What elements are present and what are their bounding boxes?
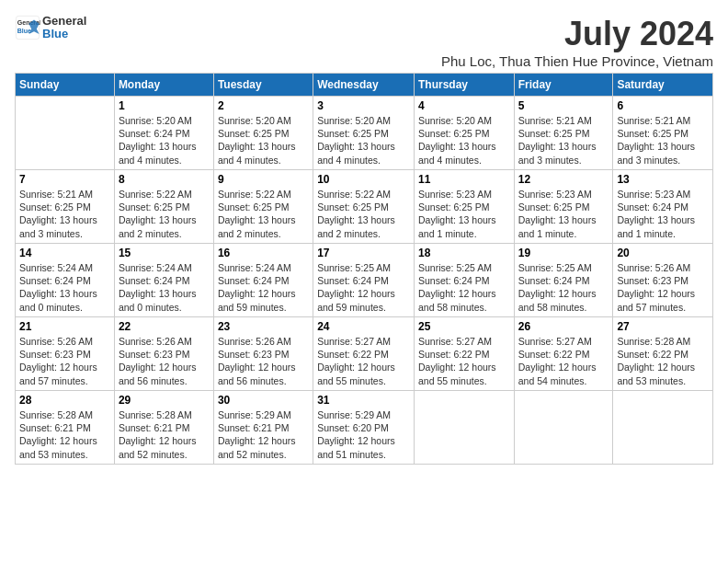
day-number: 9 [218,173,309,186]
day-cell: 21Sunrise: 5:26 AM Sunset: 6:23 PM Dayli… [16,317,115,391]
day-info: Sunrise: 5:23 AM Sunset: 6:25 PM Dayligh… [518,188,609,240]
day-cell: 31Sunrise: 5:29 AM Sunset: 6:20 PM Dayli… [313,391,415,465]
day-cell: 27Sunrise: 5:28 AM Sunset: 6:22 PM Dayli… [613,317,713,391]
day-number: 12 [518,173,609,186]
day-cell [514,391,613,465]
day-cell: 18Sunrise: 5:25 AM Sunset: 6:24 PM Dayli… [414,244,514,317]
day-info: Sunrise: 5:24 AM Sunset: 6:24 PM Dayligh… [19,261,110,314]
day-number: 16 [218,247,309,259]
day-number: 3 [317,99,410,112]
week-row-2: 7Sunrise: 5:21 AM Sunset: 6:25 PM Daylig… [16,170,713,244]
day-info: Sunrise: 5:29 AM Sunset: 6:20 PM Dayligh… [317,408,410,461]
week-row-3: 14Sunrise: 5:24 AM Sunset: 6:24 PM Dayli… [16,244,713,317]
col-header-saturday: Saturday [613,74,713,97]
day-number: 17 [317,247,410,259]
day-cell: 12Sunrise: 5:23 AM Sunset: 6:25 PM Dayli… [514,170,613,244]
day-info: Sunrise: 5:28 AM Sunset: 6:21 PM Dayligh… [19,408,110,461]
day-number: 18 [418,247,510,259]
week-row-5: 28Sunrise: 5:28 AM Sunset: 6:21 PM Dayli… [16,391,713,465]
day-info: Sunrise: 5:20 AM Sunset: 6:25 PM Dayligh… [218,114,309,167]
day-cell: 13Sunrise: 5:23 AM Sunset: 6:24 PM Dayli… [613,170,713,244]
col-header-friday: Friday [514,74,613,97]
calendar-table: SundayMondayTuesdayWednesdayThursdayFrid… [15,73,713,465]
col-header-thursday: Thursday [414,74,514,97]
day-number: 20 [617,247,709,259]
day-number: 1 [119,99,210,112]
day-number: 6 [617,99,709,112]
day-cell: 8Sunrise: 5:22 AM Sunset: 6:25 PM Daylig… [114,170,213,244]
svg-text:Blue: Blue [17,28,31,34]
day-number: 5 [518,99,609,112]
day-cell: 20Sunrise: 5:26 AM Sunset: 6:23 PM Dayli… [613,244,713,317]
day-cell: 1Sunrise: 5:20 AM Sunset: 6:24 PM Daylig… [114,97,213,170]
day-cell: 14Sunrise: 5:24 AM Sunset: 6:24 PM Dayli… [16,244,115,317]
day-cell: 22Sunrise: 5:26 AM Sunset: 6:23 PM Dayli… [114,317,213,391]
day-info: Sunrise: 5:25 AM Sunset: 6:24 PM Dayligh… [518,261,609,314]
day-info: Sunrise: 5:22 AM Sunset: 6:25 PM Dayligh… [317,188,410,240]
col-header-wednesday: Wednesday [313,74,415,97]
day-info: Sunrise: 5:25 AM Sunset: 6:24 PM Dayligh… [418,261,510,314]
day-cell: 17Sunrise: 5:25 AM Sunset: 6:24 PM Dayli… [313,244,415,317]
col-header-tuesday: Tuesday [213,74,313,97]
day-cell: 30Sunrise: 5:29 AM Sunset: 6:21 PM Dayli… [213,391,313,465]
col-header-monday: Monday [114,74,213,97]
day-number: 24 [317,320,410,333]
day-number: 10 [317,173,410,186]
day-cell: 4Sunrise: 5:20 AM Sunset: 6:25 PM Daylig… [414,97,514,170]
day-cell: 23Sunrise: 5:26 AM Sunset: 6:23 PM Dayli… [213,317,313,391]
day-number: 25 [418,320,510,333]
day-info: Sunrise: 5:21 AM Sunset: 6:25 PM Dayligh… [518,114,609,167]
day-info: Sunrise: 5:24 AM Sunset: 6:24 PM Dayligh… [119,261,210,314]
day-cell: 5Sunrise: 5:21 AM Sunset: 6:25 PM Daylig… [514,97,613,170]
calendar-header: SundayMondayTuesdayWednesdayThursdayFrid… [16,74,713,97]
day-number: 22 [119,320,210,333]
subtitle: Phu Loc, Thua Thien Hue Province, Vietna… [441,53,713,69]
day-number: 31 [317,394,410,407]
day-cell: 9Sunrise: 5:22 AM Sunset: 6:25 PM Daylig… [213,170,313,244]
day-info: Sunrise: 5:28 AM Sunset: 6:21 PM Dayligh… [119,408,210,461]
day-info: Sunrise: 5:22 AM Sunset: 6:25 PM Dayligh… [218,188,309,240]
day-number: 14 [19,247,110,259]
title-block: July 2024 Phu Loc, Thua Thien Hue Provin… [441,15,713,69]
day-info: Sunrise: 5:26 AM Sunset: 6:23 PM Dayligh… [19,335,110,387]
day-cell: 3Sunrise: 5:20 AM Sunset: 6:25 PM Daylig… [313,97,415,170]
day-cell: 2Sunrise: 5:20 AM Sunset: 6:25 PM Daylig… [213,97,313,170]
day-info: Sunrise: 5:27 AM Sunset: 6:22 PM Dayligh… [518,335,609,387]
day-number: 23 [218,320,309,333]
day-info: Sunrise: 5:22 AM Sunset: 6:25 PM Dayligh… [119,188,210,240]
day-cell: 28Sunrise: 5:28 AM Sunset: 6:21 PM Dayli… [16,391,115,465]
day-info: Sunrise: 5:21 AM Sunset: 6:25 PM Dayligh… [19,188,110,240]
day-cell: 16Sunrise: 5:24 AM Sunset: 6:24 PM Dayli… [213,244,313,317]
calendar-body: 1Sunrise: 5:20 AM Sunset: 6:24 PM Daylig… [16,97,713,465]
day-cell: 6Sunrise: 5:21 AM Sunset: 6:25 PM Daylig… [613,97,713,170]
day-cell [16,97,115,170]
week-row-1: 1Sunrise: 5:20 AM Sunset: 6:24 PM Daylig… [16,97,713,170]
logo-line1: General [42,15,86,28]
day-info: Sunrise: 5:20 AM Sunset: 6:25 PM Dayligh… [317,114,410,167]
day-info: Sunrise: 5:26 AM Sunset: 6:23 PM Dayligh… [218,335,309,387]
day-cell [613,391,713,465]
day-info: Sunrise: 5:27 AM Sunset: 6:22 PM Dayligh… [418,335,510,387]
logo-icon: General Blue [15,15,40,40]
day-cell: 24Sunrise: 5:27 AM Sunset: 6:22 PM Dayli… [313,317,415,391]
day-cell: 7Sunrise: 5:21 AM Sunset: 6:25 PM Daylig… [16,170,115,244]
logo-line2: Blue [42,28,86,40]
day-number: 28 [19,394,110,407]
col-header-sunday: Sunday [16,74,115,97]
day-cell: 26Sunrise: 5:27 AM Sunset: 6:22 PM Dayli… [514,317,613,391]
day-info: Sunrise: 5:24 AM Sunset: 6:24 PM Dayligh… [218,261,309,314]
day-info: Sunrise: 5:20 AM Sunset: 6:24 PM Dayligh… [119,114,210,167]
day-info: Sunrise: 5:28 AM Sunset: 6:22 PM Dayligh… [617,335,709,387]
day-number: 8 [119,173,210,186]
day-number: 13 [617,173,709,186]
day-cell: 29Sunrise: 5:28 AM Sunset: 6:21 PM Dayli… [114,391,213,465]
day-number: 27 [617,320,709,333]
day-number: 7 [19,173,110,186]
day-cell: 11Sunrise: 5:23 AM Sunset: 6:25 PM Dayli… [414,170,514,244]
day-number: 11 [418,173,510,186]
day-number: 29 [119,394,210,407]
logo: General Blue General Blue [15,15,86,41]
day-cell: 15Sunrise: 5:24 AM Sunset: 6:24 PM Dayli… [114,244,213,317]
day-info: Sunrise: 5:26 AM Sunset: 6:23 PM Dayligh… [119,335,210,387]
day-info: Sunrise: 5:21 AM Sunset: 6:25 PM Dayligh… [617,114,709,167]
